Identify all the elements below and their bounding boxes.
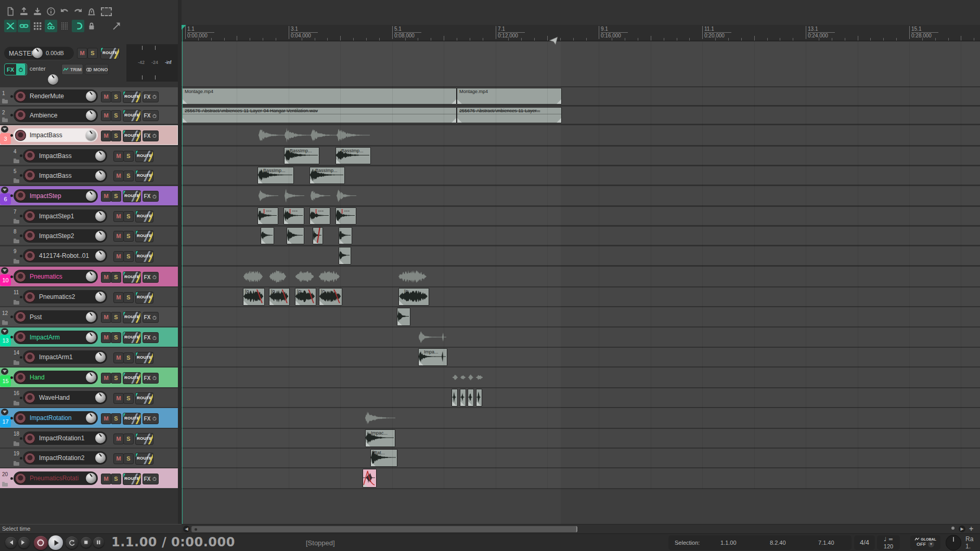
mute-button[interactable]: M [101,332,111,343]
mute-button[interactable]: M [113,211,124,222]
record-arm-button[interactable] [15,91,26,102]
folder-collapse-button[interactable] [1,409,8,415]
track-name[interactable]: ImpactBass [35,152,95,160]
track-name[interactable]: ImpactStep1 [35,213,95,220]
folder-collapse-button[interactable] [1,126,8,133]
media-item[interactable]: [0. [319,288,342,306]
record-arm-button[interactable] [15,332,26,343]
route-button[interactable]: ROUTE [135,170,153,182]
toolbar-open-project-icon[interactable] [18,5,30,18]
folder-icon[interactable] [14,301,19,305]
track-name-field[interactable]: ImpactStep1 [23,209,107,223]
stop-button[interactable] [81,537,92,548]
toolbar-item-link-icon[interactable] [18,20,30,32]
arrange-lane-5[interactable]: BassImp...BassImp... [182,166,980,185]
mute-button[interactable]: M [113,231,124,242]
media-item[interactable] [261,227,274,244]
scroll-dot-icon[interactable] [951,527,955,530]
chevron-down-icon[interactable]: ▼ [928,541,934,547]
go-to-start-button[interactable] [5,537,17,548]
record-arm-button[interactable] [15,413,26,424]
track-volume-knob[interactable] [86,312,96,322]
route-button[interactable]: ROUTE [123,91,141,103]
play-button[interactable] [48,535,63,550]
mute-button[interactable]: M [113,151,124,162]
route-button[interactable]: ROUTE [135,211,153,222]
scroll-left-button[interactable]: ◀ [183,526,190,532]
record-arm-button[interactable] [24,211,35,221]
scrollbar-thumb[interactable] [191,526,577,532]
arrange-lane-19[interactable]: [Rat... [182,449,980,467]
track-panel-row-6[interactable]: 6 ImpactStep MSROUTEFX [0,186,178,205]
toolbar-save-project-icon[interactable] [31,5,44,18]
arrange-lane-2[interactable]: 255676-AbstractAmbiences-11-Layer-04 Han… [182,107,980,124]
route-button[interactable]: ROUTE [123,413,141,425]
arrange-lane-13[interactable] [182,327,980,347]
playrate-knob[interactable] [946,535,961,550]
track-name[interactable]: Psst [26,313,86,321]
track-name-field[interactable]: ImpactArm [14,331,98,344]
record-arm-button[interactable] [24,352,35,363]
track-volume-knob[interactable] [86,91,96,101]
arrange-lane-11[interactable]: [0.[0.[0:[0.[0:... [182,287,980,306]
media-item[interactable] [460,389,466,406]
track-number-badge[interactable]: 17 [0,416,11,427]
track-number-badge[interactable]: 6 [0,193,11,205]
toolbar-snap-icon[interactable] [72,20,84,32]
record-arm-button[interactable] [15,130,26,141]
route-button[interactable]: ROUTE [123,271,141,283]
record-button[interactable] [34,536,48,550]
master-trim-button[interactable]: TRIM [61,64,83,75]
track-name-field[interactable]: Psst [14,310,98,324]
route-button[interactable]: ROUTE [135,453,153,465]
toolbar-metronome-icon[interactable] [85,5,98,18]
track-panel-row-15[interactable]: 15 Hand MSROUTEFX [0,368,178,387]
solo-button[interactable]: S [123,352,134,363]
arrange-lane-16[interactable] [182,388,980,407]
folder-icon[interactable] [14,220,19,224]
track-panel-row-7[interactable]: 7 ImpactStep1 MSROUTE [0,207,178,225]
track-name-field[interactable]: ImpactRotation [14,411,98,425]
fx-button[interactable]: FX [143,191,159,202]
zoom-plus-icon[interactable]: + [969,524,973,533]
solo-button[interactable]: S [111,312,121,323]
track-name-field[interactable]: Pneumatics2 [23,290,107,304]
track-panel-row-9[interactable]: 9 412174-Robot..01 MSROUTE [0,246,178,265]
record-arm-button[interactable] [15,372,26,383]
arrange-lane-6[interactable] [182,186,980,205]
mute-button[interactable]: M [113,292,124,303]
solo-button[interactable]: S [123,453,134,464]
arrange-lane-8[interactable] [182,227,980,245]
track-name[interactable]: Ambience [26,112,86,119]
track-name-field[interactable]: ImpactRotation1 [23,431,107,445]
track-name-field[interactable]: ImpactArm1 [23,350,107,364]
track-name-field[interactable]: Pneumatics [14,270,98,283]
folder-icon[interactable] [2,483,8,487]
track-panel-row-18[interactable]: 18 ImpactRotation1 MSROUTE [0,429,178,448]
route-button[interactable]: ROUTE [135,292,153,304]
record-arm-button[interactable] [24,170,35,181]
arrange-lane-12[interactable] [182,307,980,326]
solo-button[interactable]: S [111,91,121,102]
fx-button[interactable]: FX [143,272,159,283]
solo-button[interactable]: S [123,211,134,222]
fx-button[interactable]: FX [143,474,159,484]
selection-start[interactable]: 1.1.00 [720,540,737,546]
solo-button[interactable]: S [111,272,121,283]
record-arm-button[interactable] [24,453,35,464]
route-button[interactable]: ROUTE [135,230,153,242]
track-volume-knob[interactable] [86,191,96,201]
track-name[interactable]: PneumaticsRotati [26,475,86,482]
track-name[interactable]: ImpactRotation1 [35,435,95,442]
media-item[interactable] [287,227,304,244]
track-panel-row-5[interactable]: 5 ImpactBass MSROUTE [0,166,178,185]
media-item[interactable]: [0:... [398,288,429,306]
arrange-lane-15[interactable] [182,368,980,387]
record-arm-button[interactable] [15,311,26,322]
track-panel-row-19[interactable]: 19 ImpactRotation2 MSROUTE [0,449,178,467]
mute-button[interactable]: M [113,393,124,404]
fx-button[interactable]: FX [143,332,159,343]
arrange-lane-17[interactable] [182,408,980,428]
media-item[interactable] [397,308,410,326]
route-button[interactable]: ROUTE [123,130,141,142]
